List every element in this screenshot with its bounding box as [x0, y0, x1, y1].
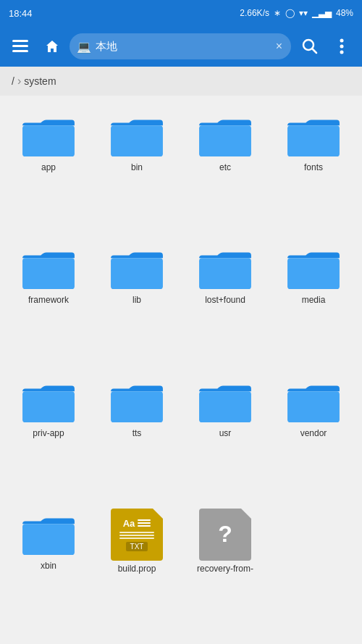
folder-icon: [108, 376, 166, 425]
svg-rect-20: [22, 524, 75, 555]
svg-rect-9: [111, 125, 163, 156]
path-root[interactable]: /: [12, 75, 14, 87]
folder-icon: [108, 110, 166, 159]
home-button[interactable]: [39, 32, 65, 61]
svg-point-5: [340, 39, 344, 43]
file-item-bin[interactable]: bin: [94, 104, 180, 234]
time-text: 18:44: [9, 8, 33, 19]
file-item-lib[interactable]: lib: [94, 237, 180, 367]
svg-rect-12: [22, 259, 75, 290]
file-name: lost+found: [205, 295, 245, 306]
svg-rect-13: [111, 259, 163, 290]
buildprop-ext: TXT: [126, 542, 148, 551]
svg-rect-15: [287, 259, 340, 290]
file-name: lib: [132, 295, 141, 306]
file-item-media[interactable]: media: [271, 237, 356, 367]
wifi-icon: ▾▾: [299, 8, 308, 18]
file-name: etc: [219, 162, 231, 174]
file-name: build.prop: [118, 564, 156, 575]
svg-rect-17: [111, 391, 163, 422]
svg-rect-10: [199, 125, 251, 156]
file-name: recovery-from-: [197, 564, 253, 575]
svg-rect-1: [12, 45, 28, 47]
more-options-button[interactable]: [327, 32, 356, 61]
folder-icon: [196, 110, 254, 159]
breadcrumb-pill[interactable]: 💻 本地 ×: [70, 33, 291, 59]
tab-icon: 💻: [77, 40, 91, 54]
folder-icon: [108, 243, 166, 292]
menu-button[interactable]: [6, 32, 35, 61]
signal-icon: ▁▃▅: [312, 8, 332, 18]
file-name: bin: [131, 162, 143, 174]
path-separator-icon: ›: [17, 75, 21, 88]
folder-icon: [285, 243, 342, 292]
file-item-fonts[interactable]: fonts: [271, 104, 356, 234]
status-time: 18:44: [9, 8, 33, 19]
svg-rect-19: [287, 391, 340, 422]
folder-icon: [20, 509, 77, 558]
file-item-buildprop[interactable]: Aa TXT build.prop: [94, 503, 180, 635]
recovery-file-icon: ?: [199, 509, 251, 561]
network-speed: 2.66K/s: [240, 8, 269, 18]
folder-icon: [285, 376, 342, 425]
file-item-xbin[interactable]: xbin: [6, 503, 91, 635]
status-bar: 18:44 2.66K/s ∗ ◯ ▾▾ ▁▃▅ 48%: [0, 0, 362, 26]
file-item-recovery[interactable]: ? recovery-from-: [182, 503, 268, 635]
file-name: tts: [132, 428, 142, 440]
file-name: media: [302, 295, 326, 306]
path-current[interactable]: system: [24, 75, 56, 87]
file-name: priv-app: [33, 428, 64, 440]
file-name: usr: [219, 428, 232, 440]
svg-point-7: [340, 51, 344, 54]
svg-rect-2: [12, 50, 28, 52]
svg-point-6: [340, 45, 344, 49]
file-name: xbin: [41, 561, 56, 572]
status-icons: 2.66K/s ∗ ◯ ▾▾ ▁▃▅ 48%: [240, 8, 353, 18]
file-item-etc[interactable]: etc: [182, 104, 268, 234]
bluetooth-icon: ∗: [274, 8, 281, 18]
file-name: fonts: [304, 162, 323, 174]
buildprop-label: Aa: [123, 518, 151, 529]
battery-text: 48%: [336, 8, 353, 18]
folder-icon: [20, 243, 77, 292]
unknown-file-marker: ?: [218, 521, 232, 548]
nav-bar: 💻 本地 ×: [0, 26, 362, 67]
tab-label: 本地: [96, 40, 272, 54]
file-item-vendor[interactable]: vendor: [271, 370, 356, 500]
svg-rect-18: [199, 391, 251, 422]
svg-rect-0: [12, 40, 28, 42]
tab-close-button[interactable]: ×: [276, 41, 282, 52]
folder-icon: [20, 376, 77, 425]
clock-icon: ◯: [285, 8, 295, 18]
folder-icon: [285, 110, 342, 159]
file-name: vendor: [300, 428, 327, 440]
file-grid: app bin etc fonts: [0, 96, 362, 644]
svg-rect-11: [287, 125, 340, 156]
file-name: framework: [28, 295, 69, 306]
file-item-usr[interactable]: usr: [182, 370, 268, 500]
svg-rect-16: [22, 391, 75, 422]
svg-line-4: [313, 49, 317, 54]
buildprop-lines: [117, 532, 157, 539]
file-item-priv_app[interactable]: priv-app: [6, 370, 91, 500]
file-name: app: [41, 162, 56, 174]
svg-rect-8: [22, 125, 75, 156]
file-item-lost_found[interactable]: lost+found: [182, 237, 268, 367]
path-bar: / › system: [0, 67, 362, 96]
file-item-tts[interactable]: tts: [94, 370, 180, 500]
svg-rect-14: [199, 259, 251, 290]
folder-icon: [196, 376, 254, 425]
nav-right-actions: [295, 32, 356, 61]
file-item-framework[interactable]: framework: [6, 237, 91, 367]
file-item-app[interactable]: app: [6, 104, 91, 234]
search-button[interactable]: [295, 32, 324, 61]
buildprop-file-icon: Aa TXT: [111, 509, 163, 561]
folder-icon: [20, 110, 77, 159]
folder-icon: [196, 243, 254, 292]
